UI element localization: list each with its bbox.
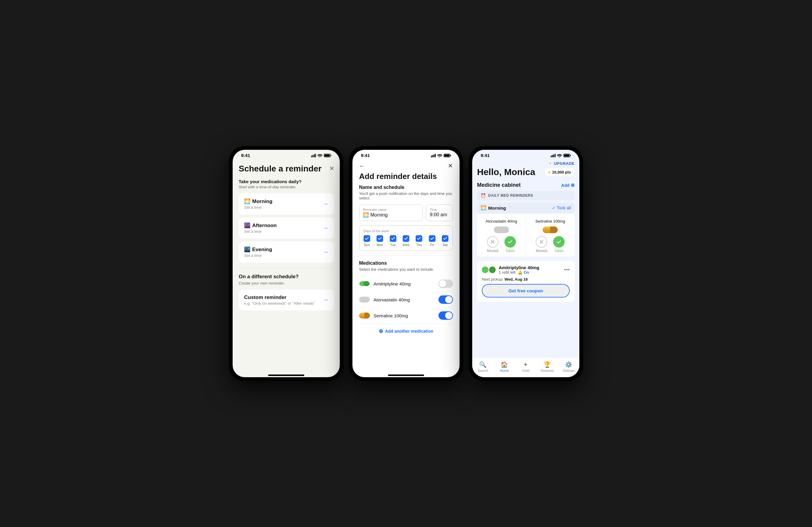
hello-row: Hello, Monica ● 10,000 pts (477, 167, 575, 177)
amitriptyline-toggle[interactable] (438, 280, 453, 288)
morning-option-left: 🌅 Morning Set a time (244, 198, 272, 210)
schedule-subtitle: Take your medications daily? (239, 179, 334, 184)
toggle-knob-amitriptyline (439, 280, 446, 287)
svg-rect-0 (311, 155, 312, 157)
atorvastatin-pill-img (494, 226, 509, 233)
missed-label-atorvastatin: Missed (487, 249, 498, 253)
sertraline-name: Sertraline 100mg (374, 313, 408, 318)
nav-settings[interactable]: ⚙️ Settings (561, 361, 576, 372)
day-sat[interactable]: Sat (442, 235, 448, 247)
atorvastatin-toggle[interactable] (438, 296, 453, 304)
day-wed-label: Wed (403, 243, 409, 247)
svg-rect-3 (315, 154, 316, 157)
status-time-1: 9:41 (241, 153, 250, 158)
day-tue-label: Tue (390, 243, 396, 247)
add-medication-button[interactable]: ⊕ Add another medication (359, 323, 453, 339)
add-button[interactable]: Add ⊕ (561, 182, 575, 188)
svg-rect-19 (564, 154, 569, 156)
search-icon: 🔍 (479, 361, 487, 368)
morning-option[interactable]: 🌅 Morning Set a time → (239, 193, 334, 214)
divider-1 (239, 268, 334, 268)
ami-pill-dots (482, 267, 496, 273)
day-tue[interactable]: Tue (390, 235, 396, 247)
custom-reminder-left: Custom reminder e.g. "Only on weekends" … (244, 295, 315, 306)
home-icon: 🏠 (501, 361, 508, 368)
x-icon (491, 240, 495, 244)
check-icon-sertraline (557, 240, 561, 244)
upgrade-label[interactable]: UPGRADE (554, 161, 575, 166)
star-icon: ✦ (548, 161, 552, 166)
points-text: 10,000 pts (552, 170, 571, 175)
nav-settings-label: Settings (563, 369, 575, 372)
missed-label-sertraline: Missed (536, 249, 547, 253)
nav-gold[interactable]: ✦ Gold (518, 361, 533, 372)
atorvastatin-icon (359, 297, 370, 303)
day-fri-label: Fri (430, 243, 434, 247)
status-time-2: 9:41 (361, 153, 370, 158)
custom-reminder-option[interactable]: Custom reminder e.g. "Only on weekends" … (239, 290, 334, 311)
ami-pickup: Next pickup: Wed, Aug 16 (482, 277, 570, 282)
checkmark-icon (365, 237, 369, 240)
day-thu[interactable]: Thu (416, 235, 422, 247)
nav-search-label: Search (478, 369, 488, 372)
nav-search[interactable]: 🔍 Search (476, 361, 491, 372)
taken-col-atorvastatin: Taken (504, 236, 516, 253)
day-sat-checkbox (442, 235, 448, 242)
nav-rewards[interactable]: 🏆 Rewards (540, 361, 555, 372)
phone-add-reminder: 9:41 ← ✕ Add reminder details Name and s… (349, 146, 463, 381)
afternoon-option-left: 🌆 Afternoon Set a time (244, 222, 277, 234)
back-button[interactable]: ← (359, 163, 365, 169)
evening-option[interactable]: 🌃 Evening Set a time → (239, 242, 334, 262)
plus-circle-icon: ⊕ (379, 328, 383, 334)
different-schedule-title: On a different schedule? (239, 274, 334, 280)
taken-button-sertraline[interactable] (553, 236, 565, 247)
reminder-name-field[interactable]: Reminder name 🌅 Morning (359, 205, 423, 221)
morning-option-sub: Set a time (244, 205, 272, 210)
upgrade-row: ✦ UPGRADE (477, 159, 575, 167)
get-coupon-button[interactable]: Get free coupon (482, 284, 570, 298)
nav-home[interactable]: 🏠 Home (497, 361, 512, 372)
hello-text: Hello, Monica (477, 167, 535, 177)
custom-arrow-icon: → (323, 297, 328, 303)
yellow-pill-icon (359, 313, 370, 318)
ami-top: Amitriptyline 40mg 1 refill left 🔔 On ••… (482, 265, 570, 275)
day-wed[interactable]: Wed (403, 235, 409, 247)
bottom-nav: 🔍 Search 🏠 Home ✦ Gold 🏆 Rewards ⚙️ (472, 358, 579, 377)
phone1-content: ✕ Schedule a reminder Take your medicati… (233, 159, 340, 372)
missed-button-atorvastatin[interactable] (487, 236, 498, 247)
taken-button-atorvastatin[interactable] (504, 236, 516, 247)
svg-rect-1 (313, 155, 314, 157)
different-schedule-desc: Create your own reminder. (239, 281, 334, 285)
afternoon-option[interactable]: 🌆 Afternoon Set a time → (239, 217, 334, 239)
gold-icon: ✦ (523, 361, 528, 368)
phone3-content: ✦ UPGRADE Hello, Monica ● 10,000 pts Med… (472, 159, 579, 358)
day-fri[interactable]: Fri (429, 235, 435, 247)
ellipsis-icon[interactable]: ••• (564, 267, 570, 273)
phone3-inner: 9:41 ✦ UPGRADE Hello, Monica ● (472, 150, 579, 377)
status-time-3: 9:41 (481, 153, 490, 158)
settings-icon: ⚙️ (565, 361, 572, 368)
atorvastatin-name: Atorvastatin 40mg (374, 297, 410, 302)
atorvastatin-actions: Missed Taken (487, 236, 516, 253)
missed-button-sertraline[interactable] (536, 236, 547, 247)
close-button[interactable]: ✕ (329, 165, 334, 172)
close-button-2[interactable]: ✕ (448, 162, 453, 169)
day-sun[interactable]: Sun (364, 235, 370, 247)
day-mon[interactable]: Mon (377, 235, 383, 247)
morning-label: 🌅 Morning (481, 205, 506, 211)
svg-point-13 (363, 281, 369, 286)
day-thu-label: Thu (416, 243, 422, 247)
time-field[interactable]: Time 9:00 am (426, 205, 453, 221)
status-icons-1 (311, 154, 331, 157)
status-icons-2 (431, 154, 451, 157)
ami-name: Amitriptyline 40mg (499, 265, 539, 270)
med-amitriptyline-left: Amitriptyline 40mg (359, 281, 410, 287)
status-bar-1: 9:41 (233, 150, 340, 159)
checkmark-icon-mon (378, 237, 382, 240)
ami-refill: 1 refill left 🔔 On (499, 270, 539, 275)
days-label: Days of the week (364, 229, 448, 233)
reminder-name-value: 🌅 Morning (363, 212, 419, 218)
points-badge: ● 10,000 pts (545, 168, 575, 176)
days-row: Sun Mon Tue (364, 235, 448, 247)
sertraline-toggle[interactable] (438, 311, 453, 320)
